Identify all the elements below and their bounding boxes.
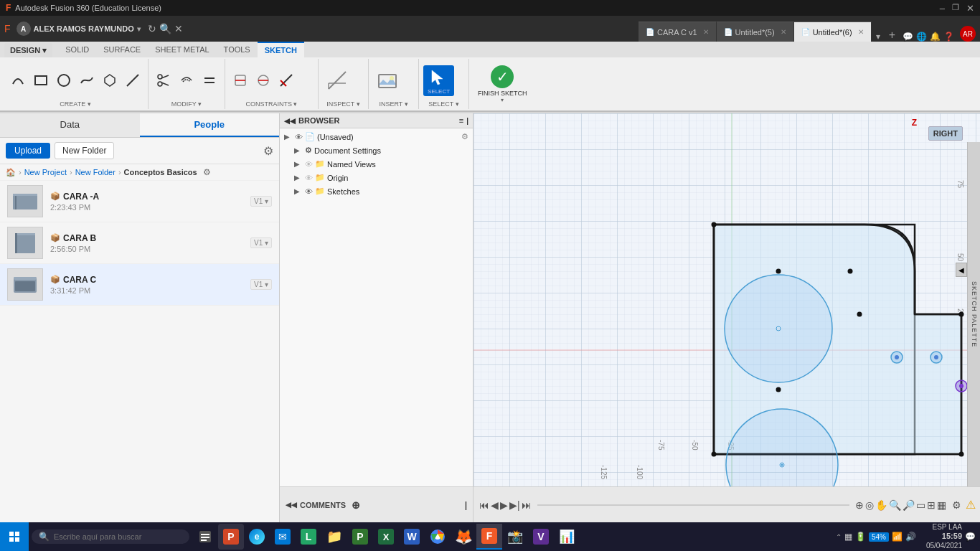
taskbar-app-word[interactable]: W [399,524,425,550]
tree-arrow-namedviews[interactable]: ▶ [294,160,303,168]
folder-settings-icon[interactable]: ⚙ [203,167,211,177]
taskbar-app-explorer[interactable]: 📁 [321,524,347,550]
tree-item-unsaved[interactable]: ▶ 👁 📄 (Unsaved) ⚙ [280,130,473,143]
user-dropdown-icon[interactable]: ▾ [137,25,141,33]
grid-display-icon[interactable]: ⊞ [927,499,936,511]
zoom-window-icon[interactable]: 🔎 [903,499,915,511]
eye-icon-sketches[interactable]: 👁 [305,187,313,196]
minimize-button[interactable]: – [940,3,945,14]
look-at-icon[interactable]: ◎ [865,499,874,511]
user-name[interactable]: ALEX RAMOS RAYMUNDO [34,24,134,33]
pan-orbit-icon[interactable]: ⊕ [855,499,864,511]
new-folder-button[interactable]: New Folder [55,142,114,159]
file-version-cara-b[interactable]: V1 ▾ [250,237,272,248]
insert-image-button[interactable] [373,67,402,93]
comments-pin-icon[interactable]: | [465,500,467,510]
tab-untitled6-close[interactable]: ✕ [858,28,864,36]
tree-item-sketches[interactable]: ▶ 👁 📁 Sketches [280,184,473,198]
skip-start-button[interactable]: ⏮ [479,499,489,511]
prev-button[interactable]: ◀ [491,499,499,511]
select-button[interactable]: SELECT [423,65,454,96]
tray-notification-icon[interactable]: 💬 [965,532,976,542]
ribbon-tab-sketch[interactable]: SKETCH [258,42,304,57]
taskbar-app-p2[interactable]: P [347,524,373,550]
zoom-fit-icon[interactable]: 🔍 [889,499,901,511]
create-label[interactable]: CREATE ▾ [7,100,143,108]
eye-icon-namedviews[interactable]: 👁 [305,160,313,169]
tab-cara-c[interactable]: 📄 CARA C v1 ✕ [639,22,717,42]
tab-untitled5[interactable]: 📄 Untitled*(5) ✕ [717,22,794,42]
ribbon-tab-tools[interactable]: TOOLS [217,42,258,57]
tree-item-doc-settings[interactable]: ▶ ⚙ Document Settings [280,143,473,157]
tree-item-origin[interactable]: ▶ 👁 📁 Origin [280,171,473,184]
user-section[interactable]: A ALEX RAMOS RAYMUNDO ▾ [17,22,141,36]
tree-arrow-unsaved[interactable]: ▶ [284,133,293,141]
constraint2-button[interactable] [253,71,274,90]
sketch-palette-tab[interactable]: SKETCH PALETTE [967,142,980,486]
file-item-cara-a[interactable]: 📦 CARA -A 2:23:43 PM V1 ▾ [0,181,279,222]
tree-settings-unsaved[interactable]: ⚙ [461,132,468,141]
measure-button[interactable] [323,67,352,93]
tree-arrow-docsettings[interactable]: ▶ [294,146,303,154]
ribbon-tab-surface[interactable]: SURFACE [96,42,148,57]
design-dropdown[interactable]: DESIGN ▾ [4,43,52,57]
taskbar-app-stats[interactable]: 📊 [554,524,580,550]
modify-label[interactable]: MODIFY ▾ [153,100,220,108]
taskbar-app-excel[interactable]: X [373,524,399,550]
browser-collapse-icon[interactable]: ◀◀ [284,117,296,125]
equal-button[interactable] [199,71,220,90]
taskbar-app-v[interactable]: V [528,524,554,550]
ribbon-tab-solid[interactable]: SOLID [58,42,96,57]
browser-menu-icon[interactable]: ≡ [459,116,463,125]
taskbar-app-photos[interactable]: 📸 [502,524,528,550]
breadcrumb-project[interactable]: New Project [24,168,67,176]
inspect-label[interactable]: INSPECT ▾ [323,100,364,108]
upload-button[interactable]: Upload [6,143,50,159]
next-button[interactable]: ▶| [509,499,520,511]
file-item-cara-b[interactable]: 📦 CARA B 2:56:50 PM V1 ▾ [0,222,279,264]
eye-icon-origin[interactable]: 👁 [305,174,313,182]
polygon-button[interactable] [99,71,121,90]
tray-task-icon[interactable]: ▦ [844,532,852,542]
sketch-canvas[interactable]: 75 50 25 -125 -100 -75 -50 -25 [473,113,980,486]
circle-button[interactable] [53,71,75,90]
constraint3-button[interactable] [275,71,297,90]
search-input[interactable] [54,532,169,541]
tab-dropdown-arrow[interactable]: ▾ [872,32,885,42]
taskbar-app-mail[interactable]: ✉ [270,524,296,550]
tray-network-icon[interactable]: 📶 [892,532,903,542]
people-tab[interactable]: People [140,113,280,137]
tab-untitled6[interactable]: 📄 Untitled*(6) ✕ [794,22,872,42]
gear-settings-icon[interactable]: ⚙ [952,499,961,511]
rectangle-button[interactable] [30,71,52,90]
search-icon[interactable]: 🔍 [159,23,171,34]
ribbon-tab-sheetmetal[interactable]: SHEET METAL [148,42,216,57]
taskbar-app-firefox[interactable]: 🦊 [451,524,476,550]
line-button[interactable] [122,71,143,90]
breadcrumb-folder[interactable]: New Folder [75,168,116,176]
skip-end-button[interactable]: ⏭ [522,499,532,511]
arc-button[interactable] [7,71,29,90]
tree-arrow-origin[interactable]: ▶ [294,174,303,182]
browser-close-icon[interactable]: | [466,117,468,125]
restore-button[interactable]: ❐ [952,3,959,14]
spline-button[interactable] [76,71,98,90]
user-avatar-right[interactable]: AR [960,26,976,42]
insert-label[interactable]: INSERT ▾ [373,100,414,108]
scissors-button[interactable] [153,71,174,90]
tray-datetime[interactable]: ESP LAA 15:59 05/04/2021 [919,523,962,550]
data-tab[interactable]: Data [0,113,140,137]
close-panel-icon[interactable]: ✕ [174,23,183,34]
taskbar-app-chrome[interactable] [425,524,451,550]
constraint1-button[interactable] [230,71,251,90]
select-label[interactable]: SELECT ▾ [423,100,464,108]
taskbar-app-powerpoint[interactable]: P [218,524,244,550]
refresh-icon[interactable]: ↻ [148,23,156,34]
pan-icon[interactable]: ✋ [875,499,887,511]
sketch-palette-collapse[interactable]: ◀ [956,263,967,277]
finish-sketch-button[interactable]: ✓ FINISH SKETCH ▾ [478,65,527,103]
taskbar-app-fusion[interactable]: F [476,524,502,550]
viewport-settings-icon[interactable]: ▦ [937,499,946,511]
tab-notifications[interactable]: 💬🌐🔔❓ [900,32,957,42]
constraints-label[interactable]: CONSTRAINTS ▾ [230,100,314,108]
